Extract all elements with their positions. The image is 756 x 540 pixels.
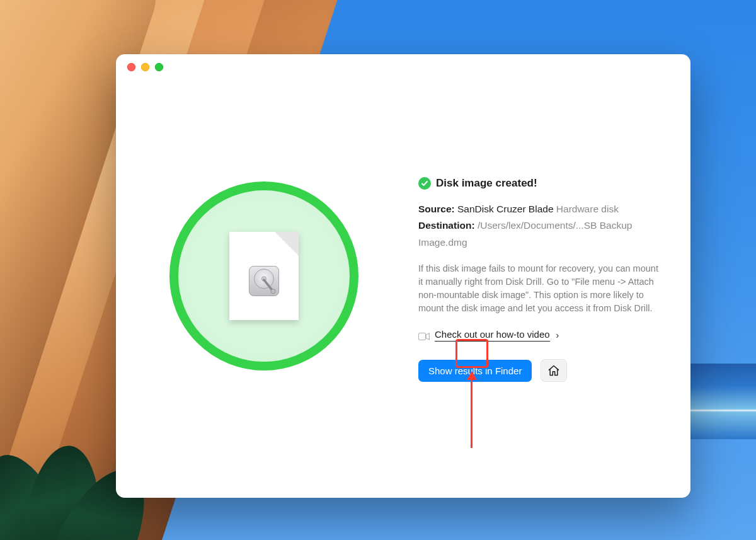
success-check-icon <box>418 177 431 190</box>
annotation-highlight-box <box>455 339 488 368</box>
source-value: SanDisk Cruzer Blade <box>457 204 553 214</box>
harddrive-icon <box>246 263 282 299</box>
destination-label: Destination: <box>418 220 475 231</box>
home-button[interactable] <box>541 359 567 382</box>
destination-row: Destination: /Users/lex/Documents/...SB … <box>418 217 659 251</box>
disk-image-file-icon <box>229 232 299 320</box>
svg-point-3 <box>271 289 275 294</box>
status-title: Disk image created! <box>436 177 537 190</box>
source-label: Source: <box>418 204 455 214</box>
desktop-wallpaper: Disk image created! Source: SanDisk Cruz… <box>0 0 756 540</box>
svg-rect-4 <box>418 333 425 340</box>
howto-video-link[interactable]: Check out our how-to video <box>435 329 550 342</box>
result-illustration <box>116 54 412 498</box>
home-icon <box>547 364 560 377</box>
help-text: If this disk image fails to mount for re… <box>418 262 659 315</box>
source-row: Source: SanDisk Cruzer Blade Hardware di… <box>418 201 659 217</box>
app-window: Disk image created! Source: SanDisk Cruz… <box>116 54 690 498</box>
annotation-arrow <box>471 372 472 448</box>
chevron-right-icon: › <box>556 330 559 340</box>
video-camera-icon <box>418 331 430 340</box>
source-suffix: Hardware disk <box>556 204 619 214</box>
